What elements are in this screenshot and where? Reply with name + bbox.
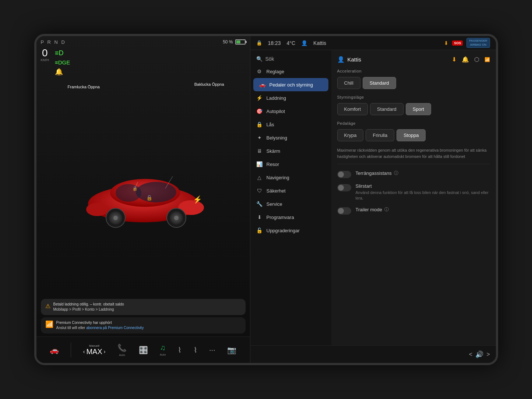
wiper-taskbar-btn[interactable]: ⌇ — [178, 346, 182, 354]
trailer-mode-info: Trailer mode ⓘ — [356, 206, 490, 213]
steering-standard-btn[interactable]: Standard — [370, 103, 404, 115]
acceleration-section-title: Acceleration — [337, 69, 490, 73]
volume-left-btn[interactable]: < — [469, 351, 472, 358]
more-icon: ··· — [209, 346, 215, 354]
warning-sub: Mobilapp > Profil > Konto > Laddning — [53, 307, 124, 312]
nav-programvara[interactable]: ⬇ Programvara — [250, 211, 331, 224]
tesla-screen: P R N D 50 % 0 KM/H — [34, 34, 498, 365]
laddning-icon: ⚡ — [256, 95, 263, 101]
nav-autopilot[interactable]: 🎯 Autopilot — [250, 105, 331, 118]
trailer-mode-info-icon[interactable]: ⓘ — [384, 206, 389, 213]
wiper2-taskbar-btn[interactable]: ⌇ — [194, 346, 197, 354]
nav-programvara-label: Programvara — [267, 215, 294, 220]
acceleration-standard-btn[interactable]: Standard — [363, 77, 396, 89]
uppgraderingar-icon: 🔓 — [256, 227, 263, 233]
more-taskbar-btn[interactable]: ··· — [209, 346, 215, 354]
navigering-icon: △ — [256, 174, 263, 180]
slirstart-title: Slirstart — [356, 183, 490, 189]
car-svg: ⚡ 🔒 🔒 — [81, 156, 206, 233]
spotify-taskbar-btn[interactable]: ♫ Auto — [160, 343, 166, 356]
settings-bell-icon[interactable]: 🔔 — [462, 56, 469, 63]
search-item[interactable]: 🔍 Sök — [250, 53, 331, 65]
terrangassistans-info-icon[interactable]: ⓘ — [394, 170, 398, 176]
header-time: 18:23 — [268, 40, 281, 46]
warning-notification: ⚠ Betald laddning otillig. – kontr. obet… — [41, 299, 246, 315]
trailer-mode-row: Trailer mode ⓘ — [337, 206, 490, 215]
battery-fill — [236, 40, 240, 43]
header-icons: ⬇ SOS PASSENGER AIRBAG ON — [444, 38, 490, 48]
settings-panel: 👤 Kattis ⬇ 🔔 ⬡ 📶 Acceleration — [331, 50, 496, 345]
volume-right-btn[interactable]: > — [486, 351, 490, 358]
framlucka-label: Framlucka Öppna — [68, 84, 100, 90]
nav-belysning[interactable]: ✦ Belysning — [250, 131, 331, 144]
svg-point-2 — [136, 182, 176, 202]
sos-badge[interactable]: SOS — [452, 40, 463, 46]
settings-bluetooth-icon[interactable]: ⬡ — [474, 56, 479, 63]
car-taskbar-btn[interactable]: 🚗 — [50, 346, 59, 354]
climate-value-display: ‹ MAX › — [83, 347, 106, 356]
speed-display: 0 KM/H — [41, 48, 49, 62]
right-bottom-bar: < 🔊 > — [250, 345, 496, 363]
search-icon: 🔍 — [256, 56, 263, 62]
right-panel: 🔒 18:23 4°C 👤 Kattis ⬇ SOS PASSENGER AIR… — [250, 36, 496, 363]
nav-resor[interactable]: 📊 Resor — [250, 158, 331, 171]
steering-sport-btn[interactable]: Sport — [406, 103, 431, 115]
steering-taskbar-btn[interactable]: 🎛️ — [139, 346, 148, 354]
skarm-icon: 🖥 — [256, 148, 263, 154]
trailer-mode-toggle[interactable] — [337, 207, 351, 215]
nav-skarm[interactable]: 🖥 Skärm — [250, 144, 331, 158]
connectivity-sub: Anslut till wifi eller abonnera på Premi… — [56, 325, 144, 331]
svg-point-5 — [86, 203, 108, 216]
pedaler-icon: 🚗 — [259, 82, 266, 88]
user-profile-icon: 👤 — [337, 56, 345, 63]
car-icon: 🚗 — [50, 346, 59, 354]
nav-service-label: Service — [267, 201, 282, 207]
terrangassistans-info: Terrängassistans ⓘ — [356, 170, 490, 176]
volume-control: < 🔊 > — [469, 350, 490, 359]
service-icon: 🔧 — [256, 201, 263, 207]
nav-pedaler[interactable]: 🚗 Pedaler och styrning — [253, 78, 328, 91]
phone-taskbar-btn[interactable]: 📞 Auto — [117, 343, 127, 357]
nav-service[interactable]: 🔧 Service — [250, 197, 331, 211]
climate-mode-label: Manuell — [89, 344, 99, 347]
terrangassistans-row: Terrängassistans ⓘ — [337, 170, 490, 178]
nav-menu: 🔍 Sök ⚙ Reglage 🚗 Pedaler och styrning — [250, 50, 331, 345]
nav-las-label: Lås — [267, 122, 274, 127]
download-icon[interactable]: ⬇ — [444, 40, 448, 46]
connectivity-link[interactable]: abonnera på Premium Connectivity — [86, 326, 144, 330]
nav-las[interactable]: 🔒 Lås — [250, 118, 331, 131]
warning-icon: ⚠ — [45, 303, 50, 310]
pedalage-frirulla-btn[interactable]: Frirulla — [366, 129, 394, 141]
drl-icon: ≡DGE — [55, 59, 70, 66]
pedalage-krypa-btn[interactable]: Krypa — [337, 129, 364, 141]
left-panel: P R N D 50 % 0 KM/H — [36, 36, 250, 363]
nav-reglage[interactable]: ⚙ Reglage — [250, 65, 331, 78]
nav-sakerhet[interactable]: 🛡 Säkerhet — [250, 184, 331, 197]
phone-icon: 📞 — [117, 343, 127, 352]
battery-info: 50 % — [223, 39, 245, 45]
car-container: Framlucka Öppna Baklucka Öppna — [36, 79, 250, 296]
svg-text:🔒: 🔒 — [146, 195, 153, 201]
camera-taskbar-btn[interactable]: 📷 — [227, 346, 236, 354]
climate-taskbar[interactable]: Manuell ‹ MAX › — [83, 344, 106, 356]
nav-navigering[interactable]: △ Navigering — [250, 171, 331, 184]
nav-laddning[interactable]: ⚡ Laddning — [250, 91, 331, 105]
settings-signal-icon: 📶 — [485, 57, 490, 62]
warning-title: Betald laddning otillig. – kontr. obetal… — [53, 302, 124, 307]
acceleration-chill-btn[interactable]: Chill — [337, 77, 360, 89]
lock-status-icon: 🔒 — [256, 40, 262, 46]
resor-icon: 📊 — [256, 161, 263, 167]
battery-percent: 50 % — [223, 39, 233, 45]
slirstart-toggle[interactable] — [337, 184, 351, 191]
pedalage-stoppa-btn[interactable]: Stoppa — [397, 129, 426, 141]
steering-icon: 🎛️ — [139, 346, 148, 354]
steering-section-title: Styrningsläge — [337, 95, 490, 99]
battery-icon — [235, 39, 246, 45]
taskbar-divider-1 — [71, 343, 71, 357]
left-top-bar: P R N D 50 % — [36, 36, 250, 48]
steering-komfort-btn[interactable]: Komfort — [337, 103, 368, 115]
climate-max: MAX — [86, 347, 102, 356]
nav-uppgraderingar[interactable]: 🔓 Uppgraderingar — [250, 224, 331, 237]
settings-download-icon[interactable]: ⬇ — [452, 56, 457, 63]
terrangassistans-toggle[interactable] — [337, 171, 351, 178]
